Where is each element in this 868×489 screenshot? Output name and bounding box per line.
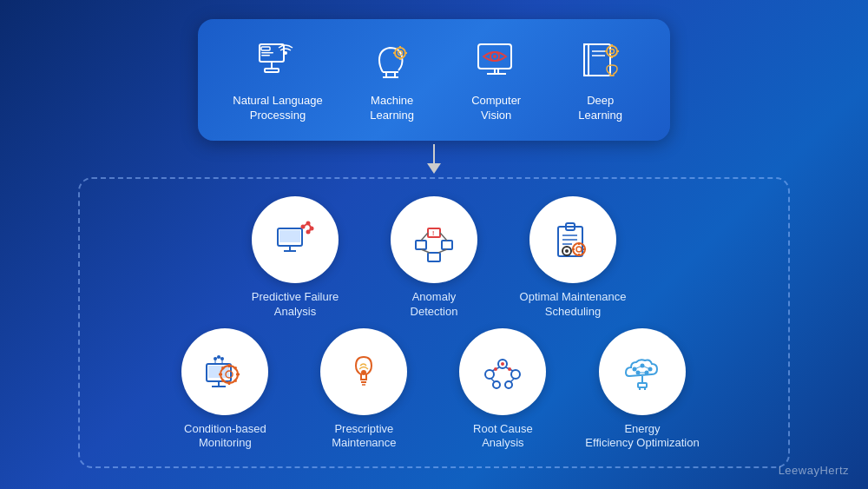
ad-label: AnomalyDetection	[411, 290, 458, 320]
capability-rca: Root CauseAnalysis	[446, 328, 559, 452]
pm-icon-circle	[320, 328, 407, 415]
capability-pm: PrescriptiveMaintenance	[307, 328, 420, 452]
svg-point-28	[609, 50, 614, 54]
tech-nlp: Natural LanguageProcessing	[233, 35, 322, 123]
oms-icon-circle	[529, 196, 616, 283]
capabilities-container: Predictive FailureAnalysis !	[78, 177, 790, 469]
capability-oms: Optimal MaintenanceScheduling	[516, 196, 629, 320]
svg-point-101	[501, 362, 504, 366]
svg-point-6	[284, 51, 287, 55]
svg-point-66	[565, 249, 569, 253]
svg-rect-46	[416, 241, 426, 249]
oms-label: Optimal MaintenanceScheduling	[520, 290, 627, 320]
svg-rect-2	[261, 52, 273, 54]
svg-rect-3	[261, 55, 270, 56]
eeo-icon-circle	[599, 328, 686, 415]
cv-label: ComputerVision	[471, 94, 521, 123]
svg-point-22	[493, 55, 496, 58]
svg-rect-48	[428, 253, 440, 261]
ad-icon-circle: !	[391, 196, 477, 283]
svg-line-100	[510, 379, 514, 382]
tech-cv: ComputerVision	[462, 35, 531, 123]
pfa-icon-circle	[252, 196, 339, 283]
pm-label: PrescriptiveMaintenance	[332, 422, 396, 452]
svg-point-44	[306, 229, 311, 234]
nlp-label: Natural LanguageProcessing	[233, 94, 322, 123]
svg-rect-24	[584, 44, 589, 76]
svg-point-42	[306, 221, 311, 225]
brand-label: LeewayHertz	[779, 464, 849, 477]
arrow-line	[433, 144, 435, 163]
dl-label: DeepLearning	[578, 94, 622, 123]
svg-line-50	[440, 233, 447, 241]
svg-rect-35	[279, 230, 300, 242]
cbm-label: Condition-basedMonitoring	[184, 422, 266, 452]
tech-ml: MachineLearning	[358, 35, 427, 123]
svg-rect-115	[638, 383, 647, 387]
technologies-box: Natural LanguageProcessing MachineLearni…	[198, 19, 669, 141]
arrow-connector	[427, 144, 441, 174]
svg-line-99	[491, 379, 495, 382]
svg-point-103	[508, 367, 511, 371]
capability-eeo: EnergyEfficiency Optimization	[585, 328, 699, 452]
ml-label: MachineLearning	[370, 94, 414, 123]
svg-point-41	[301, 224, 306, 228]
top-capabilities-row: Predictive FailureAnalysis !	[106, 196, 762, 320]
svg-text:!: !	[432, 230, 434, 236]
cv-icon	[470, 35, 523, 87]
dl-icon	[575, 35, 627, 87]
capability-pfa: Predictive FailureAnalysis	[239, 196, 352, 320]
capability-ad: ! AnomalyDetection	[378, 196, 490, 320]
nlp-icon	[252, 35, 304, 87]
svg-point-27	[607, 46, 617, 56]
arrow-triangle	[427, 163, 441, 174]
svg-point-43	[310, 226, 314, 230]
svg-point-91	[361, 370, 366, 375]
eeo-label: EnergyEfficiency Optimization	[585, 422, 699, 452]
svg-rect-1	[261, 47, 270, 50]
svg-point-102	[494, 367, 497, 371]
svg-rect-5	[265, 69, 279, 72]
capability-cbm: Condition-basedMonitoring	[168, 328, 281, 452]
rca-label: Root CauseAnalysis	[473, 422, 533, 452]
svg-line-49	[421, 233, 428, 241]
tech-dl: DeepLearning	[566, 35, 635, 123]
pfa-label: Predictive FailureAnalysis	[252, 290, 339, 320]
svg-point-60	[576, 247, 582, 252]
bottom-capabilities-row: Condition-basedMonitoring Prescripti	[106, 328, 762, 452]
svg-rect-47	[442, 241, 452, 249]
ml-icon	[366, 35, 418, 87]
rca-icon-circle	[459, 328, 546, 415]
cbm-icon-circle	[181, 328, 268, 415]
